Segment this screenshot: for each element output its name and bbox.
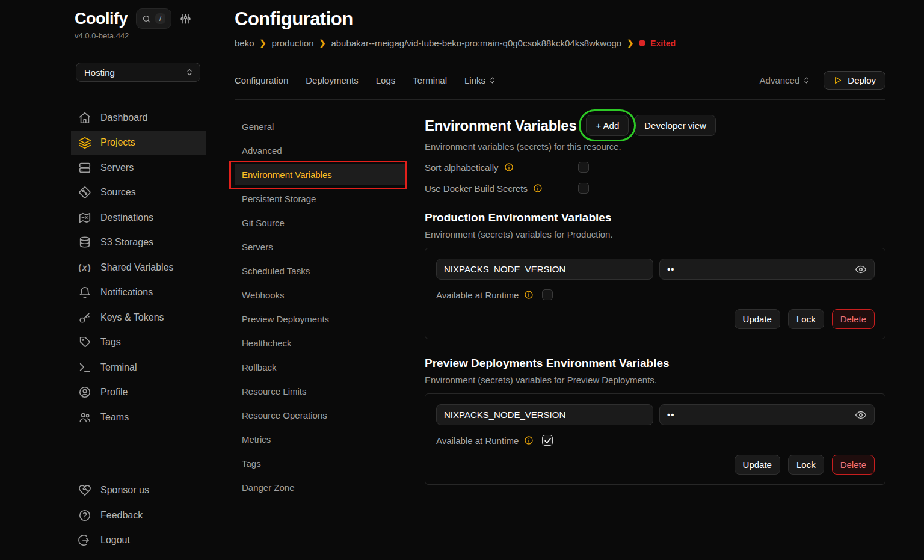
available-at-runtime-checkbox[interactable] xyxy=(542,289,553,300)
heart-icon xyxy=(78,484,91,497)
sidebar-item-label: Terminal xyxy=(100,362,137,373)
preview-env-var-card: NIXPACKS_NODE_VERSION •• Available at Ru… xyxy=(425,393,886,485)
sidebar-item-label: Shared Variables xyxy=(100,262,174,273)
advanced-label: Advanced xyxy=(760,75,800,85)
sidebar-footer: Sponsor us Feedback Logout xyxy=(0,478,212,560)
docker-build-secrets-checkbox[interactable] xyxy=(578,183,589,194)
sidebar-item-label: Projects xyxy=(100,137,135,148)
subnav-webhooks[interactable]: Webhooks xyxy=(235,285,406,306)
sidebar-item-label: Destinations xyxy=(100,212,153,223)
sliders-icon[interactable] xyxy=(180,13,191,25)
deploy-label: Deploy xyxy=(848,75,876,85)
search-icon xyxy=(142,14,151,23)
sidebar-item-profile[interactable]: Profile xyxy=(71,380,206,405)
subnav-servers[interactable]: Servers xyxy=(235,236,406,257)
app-window: Coolify / v4.0.0-beta.442 Hosting xyxy=(0,0,924,560)
tab-terminal[interactable]: Terminal xyxy=(413,75,447,85)
sidebar-item-tags[interactable]: Tags xyxy=(71,330,206,355)
status-badge: Exited xyxy=(639,38,676,48)
home-icon xyxy=(78,111,91,125)
team-select-value: Hosting xyxy=(84,67,115,78)
subnav-rollback[interactable]: Rollback xyxy=(235,357,406,378)
sidebar-item-s3-storages[interactable]: S3 Storages xyxy=(71,230,206,256)
user-icon xyxy=(78,386,91,399)
eye-icon[interactable] xyxy=(855,263,867,275)
lock-button[interactable]: Lock xyxy=(788,455,824,475)
database-icon xyxy=(78,236,91,249)
sort-alphabetically-checkbox[interactable] xyxy=(578,162,589,173)
toggle-label: Sort alphabetically xyxy=(425,162,499,173)
sidebar-item-terminal[interactable]: Terminal xyxy=(71,355,206,380)
tab-configuration[interactable]: Configuration xyxy=(235,75,288,85)
subnav-metrics[interactable]: Metrics xyxy=(235,429,406,450)
play-icon xyxy=(833,76,842,85)
subnav-persistent-storage[interactable]: Persistent Storage xyxy=(235,188,406,209)
breadcrumb-resource[interactable]: abubakar--meigag/vid-tube-beko-pro:main-… xyxy=(331,38,621,48)
delete-button[interactable]: Delete xyxy=(832,309,875,329)
sidebar-item-teams[interactable]: Teams xyxy=(71,405,206,430)
add-env-var-button[interactable]: + Add xyxy=(586,115,629,136)
subnav-advanced[interactable]: Advanced xyxy=(235,140,406,161)
sidebar-item-notifications[interactable]: Notifications xyxy=(71,280,206,306)
runtime-label: Available at Runtime xyxy=(436,290,519,300)
tab-links-label: Links xyxy=(464,75,485,85)
help-icon xyxy=(78,509,91,522)
tabs-row: Configuration Deployments Logs Terminal … xyxy=(235,71,886,90)
env-var-value-input[interactable]: •• xyxy=(659,259,875,280)
lock-button[interactable]: Lock xyxy=(788,309,824,329)
sidebar-item-label: Profile xyxy=(100,387,128,398)
eye-icon[interactable] xyxy=(855,409,867,421)
bell-icon xyxy=(78,286,91,299)
sidebar-item-label: Keys & Tokens xyxy=(100,312,164,323)
update-button[interactable]: Update xyxy=(735,309,780,329)
tab-deployments[interactable]: Deployments xyxy=(306,75,359,85)
sidebar-item-servers[interactable]: Servers xyxy=(71,155,206,180)
developer-view-button[interactable]: Developer view xyxy=(635,115,716,136)
subnav-git-source[interactable]: Git Source xyxy=(235,212,406,233)
env-var-name-input[interactable]: NIXPACKS_NODE_VERSION xyxy=(436,259,653,280)
divider xyxy=(235,99,886,100)
tab-links[interactable]: Links xyxy=(464,75,496,85)
subnav-scheduled-tasks[interactable]: Scheduled Tasks xyxy=(235,260,406,282)
update-button[interactable]: Update xyxy=(735,455,780,475)
sidebar-item-keys-tokens[interactable]: Keys & Tokens xyxy=(71,305,206,330)
subnav-general[interactable]: General xyxy=(235,116,406,137)
info-icon[interactable] xyxy=(504,162,514,172)
sidebar-item-destinations[interactable]: Destinations xyxy=(71,205,206,230)
info-icon[interactable] xyxy=(533,183,543,193)
sidebar-item-feedback[interactable]: Feedback xyxy=(71,503,206,528)
subnav-healthcheck[interactable]: Healthcheck xyxy=(235,333,406,354)
subnav-tags[interactable]: Tags xyxy=(235,453,406,474)
subnav-resource-limits[interactable]: Resource Limits xyxy=(235,381,406,402)
team-select[interactable]: Hosting xyxy=(76,63,200,82)
check-icon xyxy=(544,437,552,445)
subnav-environment-variables[interactable]: Environment Variables xyxy=(235,164,406,185)
breadcrumb-environment[interactable]: production xyxy=(271,38,313,48)
info-icon[interactable] xyxy=(524,290,534,300)
tag-icon xyxy=(78,336,91,349)
sidebar-item-sources[interactable]: Sources xyxy=(71,180,206,206)
breadcrumb-project[interactable]: beko xyxy=(235,38,254,48)
available-at-runtime-checkbox[interactable] xyxy=(542,435,553,446)
subnav-danger-zone[interactable]: Danger Zone xyxy=(235,477,406,498)
info-icon[interactable] xyxy=(524,435,534,445)
panel-title: Environment Variables xyxy=(425,117,576,134)
sidebar-item-projects[interactable]: Projects xyxy=(71,131,206,156)
advanced-dropdown[interactable]: Advanced xyxy=(760,75,811,85)
subnav-preview-deployments[interactable]: Preview Deployments xyxy=(235,309,406,330)
sidebar-item-logout[interactable]: Logout xyxy=(71,528,206,553)
subnav-resource-operations[interactable]: Resource Operations xyxy=(235,405,406,426)
sidebar-item-sponsor[interactable]: Sponsor us xyxy=(71,478,206,503)
env-var-name-input[interactable]: NIXPACKS_NODE_VERSION xyxy=(436,404,653,425)
deploy-button[interactable]: Deploy xyxy=(824,71,886,90)
tab-logs[interactable]: Logs xyxy=(376,75,396,85)
sidebar-item-label: Teams xyxy=(100,412,129,423)
sidebar-item-shared-variables[interactable]: (𝑥) Shared Variables xyxy=(71,255,206,280)
env-var-value-input[interactable]: •• xyxy=(659,404,875,425)
sidebar-item-dashboard[interactable]: Dashboard xyxy=(71,105,206,131)
key-icon xyxy=(78,311,91,324)
search-button[interactable]: / xyxy=(136,8,171,29)
production-section-description: Environment (secrets) variables for Prod… xyxy=(425,229,886,239)
chevron-up-down-icon xyxy=(488,76,496,84)
delete-button[interactable]: Delete xyxy=(832,455,875,475)
